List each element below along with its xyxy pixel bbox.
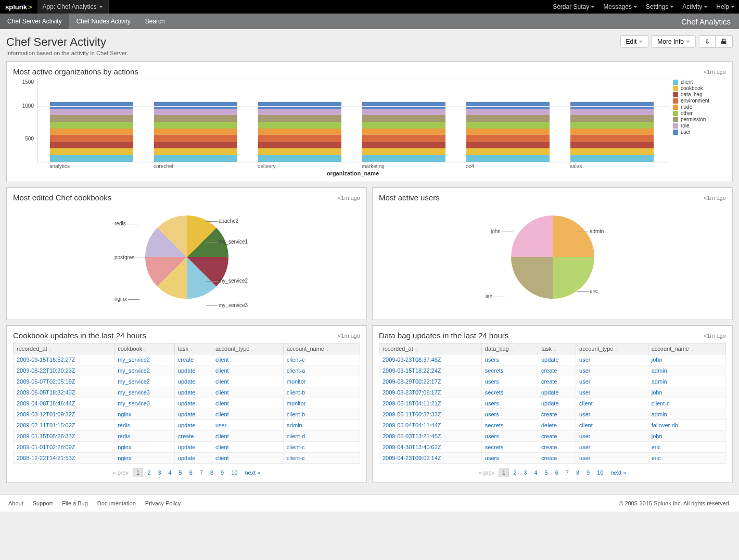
cell-link[interactable]: secrets xyxy=(485,389,503,396)
pager-next[interactable]: next » xyxy=(607,468,629,477)
cell-link[interactable]: user xyxy=(215,422,226,428)
table-row[interactable]: 2009-06-05T18:32:43Zmy_service3updatecli… xyxy=(14,387,360,398)
table-row[interactable]: 2009-08-29T00:22:17Zuserscreateuseradmin xyxy=(379,376,726,387)
cell-link[interactable]: 2009-06-11T00:37:33Z xyxy=(383,411,441,417)
cell-link[interactable]: john xyxy=(652,433,662,439)
col-recorded_at[interactable]: recorded_at⌄ xyxy=(14,343,114,354)
cell-link[interactable]: my_service3 xyxy=(118,400,150,406)
cell-link[interactable]: users xyxy=(485,433,499,439)
legend-role[interactable]: role xyxy=(673,123,726,129)
legend-environment[interactable]: environment xyxy=(673,98,726,104)
cell-link[interactable]: client xyxy=(579,422,593,428)
table-row[interactable]: 2009-06-07T02:05:19Zmy_service2updatecli… xyxy=(14,376,360,387)
settings-menu[interactable]: Settings xyxy=(642,0,678,14)
legend-other[interactable]: other xyxy=(673,110,726,116)
more-info-button[interactable]: More Info xyxy=(652,35,696,48)
table-row[interactable]: 2009-05-04T04:11:44Zsecretsdeleteclientf… xyxy=(379,420,726,431)
cell-link[interactable]: client xyxy=(215,389,229,396)
col-task[interactable]: task⌄ xyxy=(174,343,212,354)
cell-link[interactable]: client xyxy=(215,433,229,439)
table-row[interactable]: 2009-01-15T05:26:37Zrediscreateclientcli… xyxy=(14,431,360,442)
cell-link[interactable]: john xyxy=(652,389,662,396)
cell-link[interactable]: 2009-08-29T00:22:17Z xyxy=(383,378,441,385)
footer-link-documentation[interactable]: Documentation xyxy=(97,500,136,506)
cell-link[interactable]: client-b xyxy=(287,389,305,396)
cell-link[interactable]: my_service3 xyxy=(118,389,150,396)
col-recorded_at[interactable]: recorded_at⌄ xyxy=(379,343,482,354)
cell-link[interactable]: create xyxy=(541,367,557,374)
cell-link[interactable]: client xyxy=(215,378,229,385)
cell-link[interactable]: 2009-05-03T13:21:45Z xyxy=(383,433,441,439)
legend-node[interactable]: node xyxy=(673,104,726,110)
cell-link[interactable]: admin xyxy=(652,411,667,417)
cell-link[interactable]: client-c xyxy=(287,455,305,461)
pager-page-1[interactable]: 1 xyxy=(499,468,509,477)
cell-link[interactable]: create xyxy=(541,411,557,417)
cell-link[interactable]: create xyxy=(541,455,557,461)
pager-page-4[interactable]: 4 xyxy=(531,468,540,477)
cell-link[interactable]: delete xyxy=(541,422,557,428)
cell-link[interactable]: 2009-01-15T05:26:37Z xyxy=(17,433,75,439)
cell-link[interactable]: 2009-04-08T18:46:44Z xyxy=(17,400,75,406)
cell-link[interactable]: user xyxy=(579,411,590,417)
pager-prev[interactable]: « prev xyxy=(110,468,132,477)
cell-link[interactable]: create xyxy=(178,433,194,439)
bar-delivery[interactable] xyxy=(258,102,341,162)
cell-link[interactable]: client xyxy=(215,357,229,363)
pager-page-8[interactable]: 8 xyxy=(573,468,582,477)
table-row[interactable]: 2009-04-23T09:02:14Zuserscreateusereric xyxy=(379,453,726,464)
bar-corechef[interactable] xyxy=(154,102,237,162)
edit-button[interactable]: Edit xyxy=(620,35,649,48)
cell-link[interactable]: secrets xyxy=(485,367,503,374)
cell-link[interactable]: users xyxy=(485,400,499,406)
cell-link[interactable]: client-b xyxy=(287,411,305,417)
cell-link[interactable]: update xyxy=(178,455,196,461)
help-menu[interactable]: Help xyxy=(712,0,739,14)
cell-link[interactable]: 2009-01-01T02:28:09Z xyxy=(17,444,75,450)
pager-prev[interactable]: « prev xyxy=(476,468,498,477)
cell-link[interactable]: nginx xyxy=(118,444,131,450)
cell-link[interactable]: user xyxy=(579,455,590,461)
table-row[interactable]: 2009-08-23T07:08:17Zsecretsupdateuserjoh… xyxy=(379,387,726,398)
col-cookbook[interactable]: cookbook⌄ xyxy=(114,343,175,354)
cell-link[interactable]: client xyxy=(215,367,229,374)
pager-page-9[interactable]: 9 xyxy=(218,468,227,477)
cell-link[interactable]: redis xyxy=(118,422,130,428)
pager-page-4[interactable]: 4 xyxy=(165,468,174,477)
col-account_type[interactable]: account_type⌄ xyxy=(576,343,648,354)
cell-link[interactable]: client xyxy=(579,400,593,406)
cell-link[interactable]: my_service2 xyxy=(118,367,150,374)
cell-link[interactable]: my_service2 xyxy=(118,357,150,363)
cell-link[interactable]: john xyxy=(652,357,662,363)
cell-link[interactable]: eric xyxy=(652,455,661,461)
cell-link[interactable]: client-d xyxy=(287,433,305,439)
cell-link[interactable]: 2009-09-15T18:22:24Z xyxy=(383,367,441,374)
table-row[interactable]: 2009-02-11T01:15:02Zredisupdateuseradmin xyxy=(14,420,360,431)
cell-link[interactable]: user xyxy=(579,433,590,439)
cell-link[interactable]: create xyxy=(541,378,557,385)
cell-link[interactable]: 2009-04-23T09:02:14Z xyxy=(383,455,441,461)
activity-menu[interactable]: Activity xyxy=(678,0,712,14)
pager-page-3[interactable]: 3 xyxy=(155,468,164,477)
cell-link[interactable]: update xyxy=(178,411,196,417)
splunk-logo[interactable]: splunk> xyxy=(0,3,37,11)
table-row[interactable]: 2009-09-23T08:37:46Zusersupdateuserjohn xyxy=(379,354,726,365)
cell-link[interactable]: 2009-08-23T07:08:17Z xyxy=(383,389,441,396)
cell-link[interactable]: users xyxy=(485,378,499,385)
cell-link[interactable]: users xyxy=(485,411,499,417)
bar-marketing[interactable] xyxy=(362,102,445,162)
legend-client[interactable]: client xyxy=(673,79,726,85)
cell-link[interactable]: secrets xyxy=(485,444,503,450)
messages-menu[interactable]: Messages xyxy=(599,0,642,14)
cell-link[interactable]: 2009-03-12T01:09:32Z xyxy=(17,411,75,417)
pager-page-2[interactable]: 2 xyxy=(144,468,154,477)
cell-link[interactable]: create xyxy=(541,444,557,450)
col-task[interactable]: task⌄ xyxy=(538,343,576,354)
cell-link[interactable]: admin xyxy=(652,367,667,374)
pager-page-9[interactable]: 9 xyxy=(583,468,593,477)
cell-link[interactable]: monitor xyxy=(287,400,306,406)
pager-page-5[interactable]: 5 xyxy=(542,468,551,477)
bar-oc4[interactable] xyxy=(466,102,550,162)
cell-link[interactable]: user xyxy=(579,389,590,396)
cell-link[interactable]: client xyxy=(215,411,229,417)
